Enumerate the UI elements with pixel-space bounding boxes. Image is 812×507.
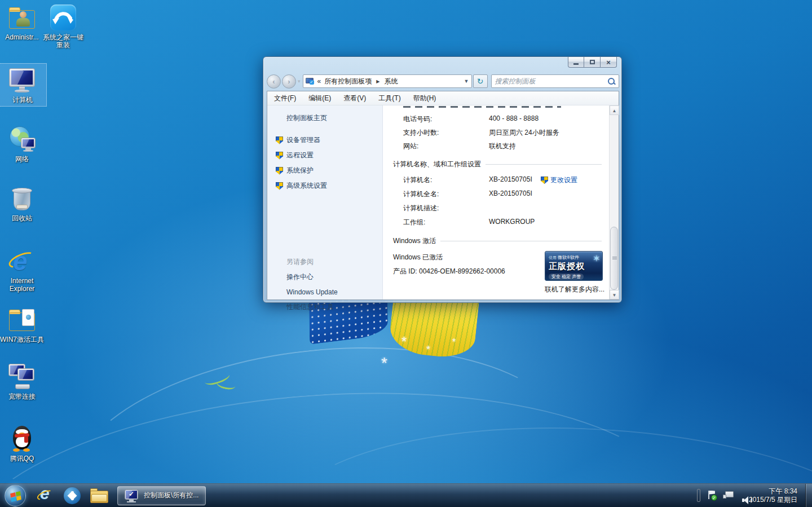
desktop-icon-computer[interactable]: 计算机	[0, 63, 47, 107]
uac-shield-icon	[276, 182, 283, 190]
start-button[interactable]	[5, 485, 26, 506]
recent-pages-chevron-icon[interactable]: ▾	[298, 78, 301, 84]
desktop-icon-broadband[interactable]: 宽带连接	[0, 363, 46, 400]
badge-brand-text: 微软®软件	[558, 255, 579, 260]
computer-icon	[8, 66, 37, 94]
forward-button[interactable]: ›	[282, 74, 296, 89]
internet-explorer-icon: e	[7, 247, 37, 275]
genuine-software-badge[interactable]: 使用微软®软件 正版授权 安全 稳定 声誉 ✶	[545, 251, 603, 281]
back-button[interactable]: ‹	[267, 74, 281, 89]
desktop-icon-win7-activator[interactable]: WIN7激活工具	[0, 306, 46, 343]
sidebar-action-center[interactable]: 操作中心	[267, 272, 382, 282]
windows-activation-section-header: Windows 激活	[393, 236, 602, 246]
desktop-icon-qq[interactable]: 腾讯QQ	[0, 425, 46, 462]
minimize-icon	[573, 63, 579, 65]
sidebar-advanced-settings[interactable]: 高级系统设置	[267, 181, 382, 191]
taskbar-active-task[interactable]: ✓ 控制面板\所有控...	[117, 486, 206, 505]
learn-more-link[interactable]: 联机了解更多内容...	[545, 285, 604, 294]
computer-description-label: 计算机描述:	[403, 204, 439, 213]
desktop-icon-internet-explorer[interactable]: e Internet Explorer	[0, 247, 46, 293]
navigation-bar: ‹ › ▾ ✓ « 所有控制面板项 ▶ 系统 ▼ ↻ 搜索控制面板	[267, 73, 619, 90]
phone-label: 电话号码:	[403, 114, 432, 124]
scroll-down-button[interactable]: ▼	[610, 290, 619, 299]
sidebar-remote-settings[interactable]: 远程设置	[267, 151, 382, 160]
change-settings[interactable]: 更改设置	[541, 175, 577, 185]
clipped-text-remnant	[403, 106, 561, 108]
menu-view[interactable]: 查看(V)	[343, 94, 366, 103]
breadcrumb-overflow[interactable]: «	[317, 77, 321, 85]
badge-main-text: 正版授权	[549, 261, 599, 272]
desktop-icon-system-home[interactable]: 系统之家一键重装	[39, 3, 87, 49]
vertical-scrollbar[interactable]: ▲ ▼	[609, 105, 619, 299]
desktop-icon-label: 宽带连接	[0, 393, 46, 400]
sidebar-system-protection[interactable]: 系统保护	[267, 166, 382, 175]
show-desktop-button[interactable]	[805, 484, 812, 507]
menu-help[interactable]: 帮助(H)	[413, 94, 436, 103]
computer-name-value: XB-20150705I	[489, 175, 532, 183]
clock[interactable]: 下午 8:34 2015/7/5 星期日	[749, 487, 797, 504]
taskbar-browser[interactable]	[61, 485, 83, 506]
address-dropdown-icon[interactable]: ▼	[464, 78, 469, 84]
sidebar-task-label: 高级系统设置	[286, 181, 327, 191]
active-task-label: 控制面板\所有控...	[144, 491, 198, 500]
uac-shield-icon	[276, 136, 283, 144]
internet-explorer-icon: e	[37, 487, 54, 504]
sidebar-device-manager[interactable]: 设备管理器	[267, 135, 382, 145]
win7-activator-folder-icon	[7, 306, 37, 334]
desktop-icon-network[interactable]: 网络	[0, 125, 46, 163]
wallpaper-sprig	[203, 369, 231, 387]
badge-use-text: 使用	[549, 255, 557, 259]
change-settings-link[interactable]: 更改设置	[550, 175, 577, 185]
input-keyboard-icon[interactable]	[697, 491, 700, 501]
wallpaper-sprig	[216, 377, 237, 391]
desktop-icon-recycle-bin[interactable]: 回收站	[0, 184, 46, 222]
folder-icon	[90, 488, 108, 503]
restore-button[interactable]	[584, 57, 601, 68]
uac-shield-icon	[276, 152, 283, 160]
desktop-icon-label: Internet Explorer	[0, 277, 46, 293]
desktop-icon-label: 腾讯QQ	[0, 455, 46, 462]
scroll-up-button[interactable]: ▲	[610, 105, 619, 115]
menu-file[interactable]: 文件(F)	[274, 94, 296, 103]
online-support-link[interactable]: 联机支持	[489, 142, 516, 151]
section-title: 计算机名称、域和工作组设置	[393, 160, 486, 168]
breadcrumb-all-control-panel-items[interactable]: 所有控制面板项	[324, 77, 372, 86]
refresh-button[interactable]: ↻	[473, 74, 488, 88]
system-home-app-icon	[48, 3, 78, 32]
system-tray: ✓ 下午 8:34 2015/7/5 星期日	[697, 484, 812, 507]
taskbar-internet-explorer[interactable]: e	[34, 485, 56, 506]
qq-penguin-icon	[7, 425, 37, 453]
action-center-icon[interactable]: ✓	[707, 491, 718, 501]
menu-tools[interactable]: 工具(T)	[378, 94, 400, 103]
caption-buttons: ×	[568, 57, 617, 68]
network-icon	[7, 125, 37, 153]
wallpaper-swoosh	[57, 324, 586, 507]
taskbar: e ✓ 控制面板\所有控... ✓	[0, 483, 812, 507]
search-box[interactable]: 搜索控制面板	[491, 74, 619, 88]
scrollbar-thumb[interactable]	[610, 227, 618, 290]
sidebar-windows-update[interactable]: Windows Update	[267, 288, 382, 296]
sidebar-task-label: 系统保护	[286, 166, 314, 175]
search-icon[interactable]	[607, 77, 615, 85]
administrator-folder-icon	[7, 3, 37, 32]
browser-compass-icon	[64, 487, 81, 504]
badge-star-icon: ✶	[593, 253, 601, 264]
wallpaper-flower: *	[381, 354, 387, 372]
computer-fullname-label: 计算机全名:	[403, 189, 439, 199]
sidebar-control-panel-home[interactable]: 控制面板主页	[267, 113, 382, 123]
sidebar-performance-tools[interactable]: 性能信息和工具	[267, 302, 382, 312]
minimize-button[interactable]	[568, 57, 584, 68]
close-button[interactable]: ×	[601, 57, 617, 68]
recycle-bin-icon	[7, 184, 37, 213]
breadcrumb-separator-icon[interactable]: ▶	[376, 79, 379, 84]
taskbar-explorer[interactable]	[88, 485, 111, 506]
content-columns: 控制面板主页 设备管理器 远程设置 系统保护	[267, 105, 619, 299]
address-bar[interactable]: ✓ « 所有控制面板项 ▶ 系统 ▼	[303, 74, 472, 88]
system-info-panel: 电话号码: 400 - 888 - 8888 支持小时数: 周日至周六 24小时…	[383, 105, 619, 299]
breadcrumb-system[interactable]: 系统	[384, 77, 398, 86]
menu-edit[interactable]: 编辑(E)	[308, 94, 331, 103]
network-icon[interactable]	[725, 491, 735, 500]
system-window: × ‹ › ▾ ✓ « 所有控制面板项 ▶ 系统 ▼ ↻ 搜索控制面板 文件(F…	[263, 56, 622, 303]
control-panel-window-icon: ✓	[125, 490, 139, 502]
windows-logo-icon	[10, 491, 21, 501]
